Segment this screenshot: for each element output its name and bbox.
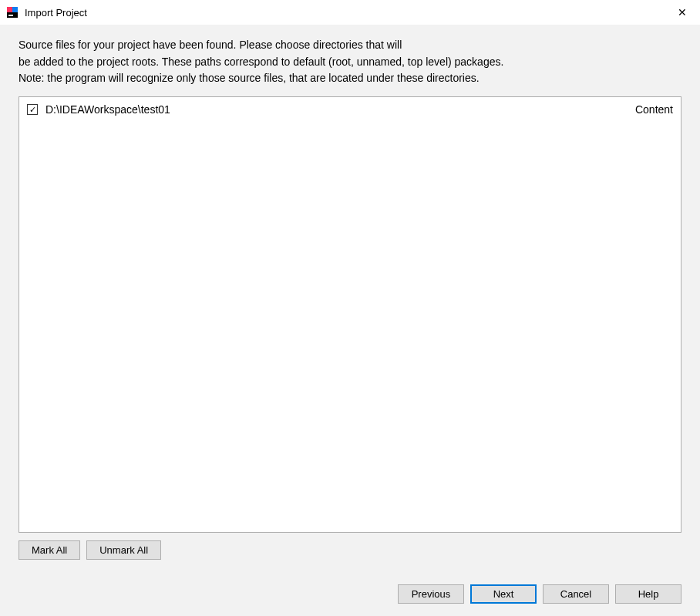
directory-path: D:\IDEAWorkspace\test01 [45, 103, 635, 116]
window-title: Import Project [25, 7, 665, 19]
check-icon: ✓ [29, 106, 36, 114]
description-line: Note: the program will recognize only th… [19, 70, 681, 87]
directory-checkbox[interactable]: ✓ [27, 104, 38, 115]
footer-buttons-row: Previous Next Cancel Help [19, 584, 681, 604]
directories-list[interactable]: ✓ D:\IDEAWorkspace\test01 Content [19, 96, 681, 533]
mark-buttons-row: Mark All Unmark All [19, 540, 681, 560]
intellij-icon [6, 6, 19, 19]
mark-all-button[interactable]: Mark All [19, 540, 80, 560]
help-button[interactable]: Help [615, 584, 681, 604]
previous-button[interactable]: Previous [398, 584, 464, 604]
svg-rect-2 [12, 7, 18, 12]
svg-rect-3 [8, 15, 13, 16]
directory-type: Content [635, 103, 673, 116]
cancel-button[interactable]: Cancel [543, 584, 609, 604]
description-line: Source files for your project have been … [19, 37, 681, 54]
unmark-all-button[interactable]: Unmark All [86, 540, 161, 560]
next-button[interactable]: Next [470, 584, 537, 604]
description-text: Source files for your project have been … [19, 37, 681, 87]
title-bar: Import Project ✕ [0, 0, 700, 25]
dialog-body: Source files for your project have been … [0, 25, 700, 616]
svg-rect-1 [7, 7, 12, 12]
directory-row[interactable]: ✓ D:\IDEAWorkspace\test01 Content [27, 100, 673, 119]
close-button[interactable]: ✕ [665, 0, 700, 25]
description-line: be added to the project roots. These pat… [19, 54, 681, 71]
close-icon: ✕ [678, 6, 687, 19]
